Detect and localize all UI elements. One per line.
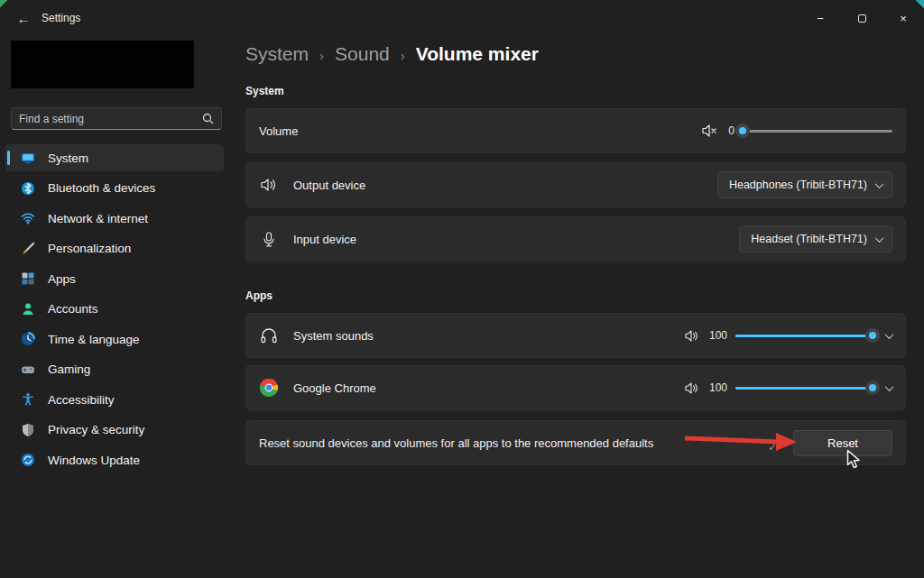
sidebar-item-apps[interactable]: Apps [5, 265, 224, 292]
accessibility-icon [21, 392, 35, 407]
sidebar-item-label: Accessibility [48, 393, 115, 407]
sidebar-item-label: Privacy & security [48, 423, 144, 436]
volume-slider-thumb[interactable] [735, 124, 750, 138]
google-chrome-label: Google Chrome [293, 381, 376, 395]
breadcrumb-system[interactable]: System [245, 43, 309, 65]
wifi-icon [21, 211, 35, 225]
system-sounds-slider[interactable] [735, 328, 873, 343]
display-icon [21, 151, 35, 165]
output-device-label: Output device [293, 179, 365, 192]
google-chrome-volume-value: 100 [707, 381, 727, 394]
sidebar-item-windows-update[interactable]: Windows Update [5, 446, 224, 473]
input-device-card: Input device Headset (Tribit-BTH71) [245, 216, 906, 261]
sidebar-item-network-internet[interactable]: Network & internet [5, 205, 224, 232]
sidebar-item-accessibility[interactable]: Accessibility [5, 386, 224, 413]
search-input[interactable] [12, 113, 202, 125]
sidebar-item-label: Apps [48, 272, 76, 286]
minimize-button[interactable]: − [799, 0, 841, 36]
page-title: Volume mixer [416, 43, 539, 65]
search-icon[interactable] [202, 113, 214, 124]
breadcrumb-sound[interactable]: Sound [335, 43, 390, 65]
google-chrome-slider[interactable] [735, 381, 873, 395]
output-device-card: Output device Headphones (Tribit-BTH71) [245, 162, 906, 207]
sidebar-item-privacy-security[interactable]: Privacy & security [5, 417, 224, 444]
headphones-icon [259, 327, 279, 344]
account-card-redacted[interactable] [11, 41, 194, 88]
google-chrome-slider-thumb[interactable] [865, 381, 880, 395]
bluetooth-icon [21, 181, 35, 196]
section-header-system: System [245, 85, 284, 97]
section-header-apps: Apps [245, 289, 273, 302]
muted-speaker-icon[interactable] [702, 124, 717, 137]
gamepad-icon [21, 362, 35, 377]
main-content: System › Sound › Volume mixer System Vol… [245, 36, 906, 578]
clock-icon [21, 332, 35, 346]
sidebar-item-label: Gaming [48, 362, 90, 376]
search-box [11, 107, 222, 130]
sidebar-item-time-language[interactable]: Time & language [5, 326, 224, 353]
sidebar-item-label: Windows Update [48, 454, 140, 467]
google-chrome-card: Google Chrome 100 [245, 365, 906, 410]
reset-description: Reset sound devices and volumes for all … [259, 436, 653, 450]
volume-card: Volume 0 [245, 108, 906, 153]
speaker-icon[interactable] [685, 382, 699, 394]
system-sounds-volume-value: 100 [707, 329, 727, 342]
speaker-icon[interactable] [685, 330, 699, 342]
breadcrumb-separator: › [319, 46, 324, 63]
sidebar-item-personalization[interactable]: Personalization [5, 235, 224, 262]
back-button[interactable]: ← [9, 7, 38, 29]
sidebar-item-label: Personalization [48, 242, 131, 255]
system-sounds-label: System sounds [293, 329, 374, 343]
selected-indicator-pill [7, 151, 10, 165]
chevron-down-icon [875, 179, 884, 188]
expand-chevron-icon[interactable] [885, 330, 894, 339]
input-device-label: Input device [293, 233, 356, 246]
input-device-dropdown[interactable]: Headset (Tribit-BTH71) [739, 225, 892, 252]
paintbrush-icon [21, 242, 35, 256]
reset-button[interactable]: Reset [793, 430, 892, 456]
sidebar-item-gaming[interactable]: Gaming [5, 356, 224, 383]
system-sounds-slider-thumb[interactable] [865, 328, 880, 343]
maximize-button[interactable] [841, 0, 882, 36]
breadcrumb: System › Sound › Volume mixer [245, 43, 539, 65]
reset-card: Reset sound devices and volumes for all … [245, 420, 906, 465]
sidebar-item-label: Network & internet [48, 212, 148, 225]
output-device-value: Headphones (Tribit-BTH71) [729, 179, 867, 191]
microphone-icon [259, 232, 279, 247]
volume-label: Volume [259, 124, 298, 138]
maximize-icon [858, 14, 866, 23]
chevron-down-icon [875, 234, 884, 243]
speaker-icon [259, 178, 279, 192]
titlebar: ← Settings − × [0, 0, 924, 36]
window-title: Settings [42, 12, 80, 24]
volume-value: 0 [725, 124, 735, 137]
output-device-dropdown[interactable]: Headphones (Tribit-BTH71) [717, 171, 892, 198]
shield-icon [21, 423, 35, 437]
apps-grid-icon [21, 271, 35, 286]
expand-chevron-icon[interactable] [885, 382, 894, 391]
sidebar-item-system[interactable]: System [5, 144, 224, 171]
close-button[interactable]: × [882, 0, 924, 36]
input-device-value: Headset (Tribit-BTH71) [751, 233, 867, 245]
annotation-check: ✓ [768, 441, 777, 454]
sidebar-item-label: System [48, 151, 88, 165]
person-icon [21, 302, 35, 317]
breadcrumb-separator: › [401, 46, 405, 63]
sidebar-item-bluetooth-devices[interactable]: Bluetooth & devices [5, 175, 224, 202]
chrome-icon [259, 379, 279, 397]
window-controls: − × [799, 0, 924, 36]
update-icon [21, 453, 35, 467]
sidebar-item-label: Time & language [48, 333, 140, 346]
sidebar-item-label: Accounts [48, 302, 98, 316]
sidebar-nav: System Bluetooth & devices Network & int… [5, 144, 224, 477]
system-sounds-card: System sounds 100 [245, 313, 906, 358]
sidebar: System Bluetooth & devices Network & int… [0, 36, 235, 578]
volume-slider[interactable] [743, 124, 892, 138]
sidebar-item-label: Bluetooth & devices [48, 181, 155, 195]
sidebar-item-accounts[interactable]: Accounts [5, 296, 224, 323]
